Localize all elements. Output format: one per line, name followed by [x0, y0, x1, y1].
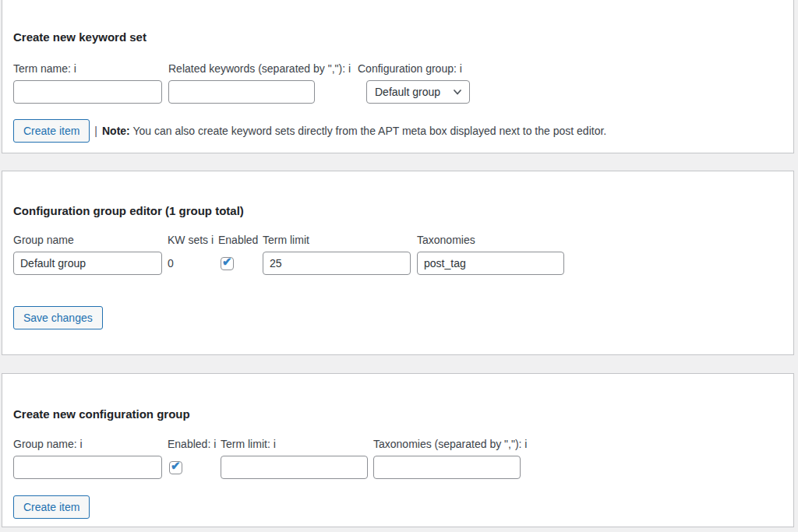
panel-create-keyword-set: Create new keyword set Term name: i Rela…: [2, 0, 794, 153]
chevron-down-icon: [453, 87, 462, 97]
new-group-term-limit-label: Term limit: i: [221, 439, 368, 450]
panel-title-create-keyword-set: Create new keyword set: [13, 31, 147, 43]
taxonomies-column: Taxonomies: [417, 234, 564, 275]
group-name-column: Group name: [13, 234, 162, 275]
note-text: You can also create keyword sets directl…: [132, 125, 606, 137]
taxonomies-input[interactable]: [417, 252, 564, 275]
checkmark-icon: ✔: [222, 255, 232, 268]
new-group-taxonomies-input[interactable]: [373, 456, 521, 479]
save-changes-button[interactable]: Save changes: [13, 306, 103, 329]
note-separator: |: [94, 125, 97, 137]
new-group-enabled-checkbox[interactable]: ✔: [169, 461, 182, 474]
new-group-enabled-label: Enabled: i: [168, 439, 216, 450]
kw-sets-column: KW sets i 0: [168, 234, 214, 275]
configuration-group-select[interactable]: Default group: [366, 80, 470, 104]
related-keywords-label: Related keywords (separated by ","): i: [168, 63, 351, 75]
configuration-group-selected-value: Default group: [375, 86, 440, 98]
term-limit-column: Term limit: [263, 234, 411, 275]
keyword-set-note: Note: You can also create keyword sets d…: [102, 125, 606, 137]
new-group-enabled-field: Enabled: i ✔: [168, 439, 216, 479]
create-group-button[interactable]: Create item: [13, 495, 90, 519]
kw-sets-count: 0: [168, 252, 214, 275]
checkmark-icon: ✔: [171, 459, 181, 472]
related-keywords-field: Related keywords (separated by ","): i: [168, 63, 351, 104]
new-group-name-label: Group name: i: [13, 439, 162, 450]
note-label: Note:: [102, 125, 130, 137]
new-group-name-field: Group name: i: [13, 439, 162, 479]
group-editor-actions: Save changes: [13, 306, 103, 329]
term-name-label: Term name: i: [13, 63, 162, 75]
panel-create-configuration-group: Create new configuration group Group nam…: [2, 373, 794, 527]
group-name-input[interactable]: [13, 252, 162, 275]
enabled-column: Enabled ✔: [218, 234, 258, 275]
panel-title-group-editor: Configuration group editor (1 group tota…: [13, 205, 244, 217]
term-limit-header: Term limit: [263, 234, 411, 246]
term-name-input[interactable]: [13, 80, 162, 104]
new-group-name-input[interactable]: [13, 456, 162, 479]
keyword-set-actions: Create item | Note: You can also create …: [13, 119, 606, 143]
configuration-group-label: Configuration group: i: [358, 63, 470, 75]
taxonomies-header: Taxonomies: [417, 234, 564, 246]
kw-sets-header: KW sets i: [168, 234, 214, 246]
group-name-header: Group name: [13, 234, 162, 246]
create-group-actions: Create item: [13, 495, 90, 519]
panel-title-create-group: Create new configuration group: [13, 408, 190, 420]
term-name-field: Term name: i: [13, 63, 162, 104]
new-group-term-limit-input[interactable]: [221, 456, 368, 479]
configuration-group-field: Configuration group: i Default group: [358, 63, 470, 104]
new-group-taxonomies-field: Taxonomies (separated by ","): i: [373, 439, 527, 479]
new-group-taxonomies-label: Taxonomies (separated by ","): i: [373, 439, 527, 450]
panel-configuration-group-editor: Configuration group editor (1 group tota…: [2, 171, 794, 355]
related-keywords-input[interactable]: [168, 80, 315, 104]
new-group-term-limit-field: Term limit: i: [221, 439, 368, 479]
create-keyword-set-button[interactable]: Create item: [13, 119, 90, 143]
enabled-checkbox[interactable]: ✔: [221, 257, 234, 270]
apt-settings-page: Create new keyword set Term name: i Rela…: [0, 0, 798, 532]
term-limit-input[interactable]: [263, 252, 411, 275]
enabled-header: Enabled: [218, 234, 258, 246]
